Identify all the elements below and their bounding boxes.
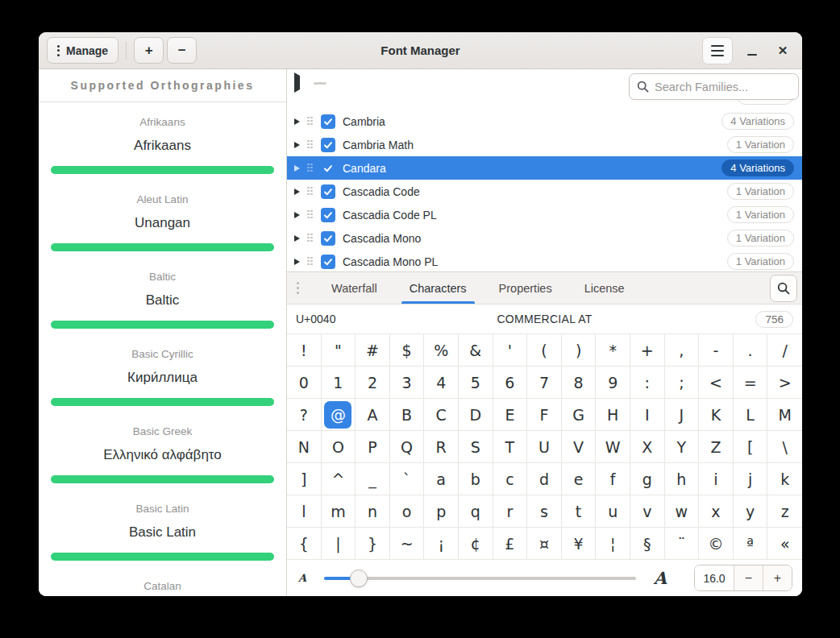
- character-cell[interactable]: m: [322, 495, 356, 528]
- character-cell[interactable]: $: [390, 334, 425, 367]
- character-cell[interactable]: ^: [322, 463, 356, 495]
- expander-icon[interactable]: [294, 76, 300, 90]
- character-cell[interactable]: ¥: [562, 528, 597, 560]
- drag-handle-icon[interactable]: [307, 140, 314, 150]
- expander-icon[interactable]: [294, 212, 300, 218]
- character-cell[interactable]: Y: [665, 431, 700, 463]
- character-cell[interactable]: T: [493, 431, 528, 463]
- character-cell[interactable]: «: [767, 528, 802, 560]
- orthography-item[interactable]: Basic Latin Basic Latin: [39, 489, 286, 566]
- character-cell[interactable]: Z: [699, 431, 734, 463]
- orthography-item[interactable]: Baltic Baltic: [39, 257, 286, 334]
- character-cell[interactable]: u: [596, 495, 630, 528]
- character-cell[interactable]: ): [562, 334, 597, 367]
- character-cell[interactable]: @: [322, 399, 356, 431]
- remove-fonts-button[interactable]: −: [167, 37, 197, 64]
- drag-handle-icon[interactable]: [307, 117, 314, 126]
- font-enabled-checkbox[interactable]: [321, 114, 335, 129]
- orthography-item[interactable]: Basic Cyrillic Кири́ллица: [39, 334, 286, 412]
- font-family-row[interactable]: Cascadia Mono 1 Variation: [287, 226, 802, 250]
- character-cell[interactable]: 5: [459, 367, 493, 399]
- character-cell[interactable]: f: [596, 463, 630, 495]
- expander-icon[interactable]: [294, 235, 300, 242]
- character-cell[interactable]: >: [767, 367, 802, 399]
- character-cell[interactable]: G: [562, 399, 597, 431]
- character-cell[interactable]: x: [699, 495, 734, 528]
- font-enabled-checkbox[interactable]: [321, 138, 335, 152]
- character-cell[interactable]: `: [390, 463, 425, 495]
- drag-handle-icon[interactable]: [307, 257, 314, 267]
- character-cell[interactable]: [: [734, 431, 768, 463]
- minimize-button[interactable]: [741, 39, 763, 62]
- character-cell[interactable]: P: [356, 431, 390, 463]
- font-enabled-checkbox[interactable]: [321, 255, 335, 269]
- character-cell[interactable]: 7: [527, 367, 562, 399]
- character-cell[interactable]: b: [459, 463, 493, 495]
- tab-waterfall[interactable]: Waterfall: [318, 272, 390, 304]
- font-family-list[interactable]: Cambria 4 Variations Cambria Math 1 Vari…: [287, 69, 802, 272]
- character-cell[interactable]: 2: [356, 367, 390, 399]
- character-cell[interactable]: k: [767, 463, 802, 495]
- character-cell[interactable]: {: [287, 528, 322, 560]
- font-enabled-checkbox[interactable]: [321, 161, 335, 176]
- character-cell[interactable]: M: [767, 399, 802, 431]
- character-cell[interactable]: ª: [734, 528, 768, 560]
- character-cell[interactable]: ': [493, 334, 528, 367]
- character-cell[interactable]: X: [630, 431, 665, 463]
- character-cell[interactable]: O: [322, 431, 356, 463]
- pane-handle-icon[interactable]: [297, 282, 299, 294]
- font-enabled-checkbox[interactable]: [321, 208, 335, 222]
- character-cell[interactable]: C: [424, 399, 459, 431]
- orthography-item[interactable]: Aleut Latin Unangan: [39, 180, 286, 257]
- character-cell[interactable]: F: [527, 399, 562, 431]
- character-cell[interactable]: a: [424, 463, 459, 495]
- character-cell[interactable]: i: [699, 463, 734, 495]
- character-cell[interactable]: N: [287, 431, 322, 463]
- character-cell[interactable]: K: [699, 399, 734, 431]
- character-cell[interactable]: (: [527, 334, 562, 367]
- search-families-entry[interactable]: [629, 73, 799, 100]
- character-cell[interactable]: ¢: [459, 528, 493, 560]
- size-increase-button[interactable]: +: [763, 566, 792, 590]
- character-cell[interactable]: q: [459, 495, 493, 528]
- character-cell[interactable]: ?: [287, 399, 322, 431]
- character-cell[interactable]: ~: [390, 528, 425, 560]
- font-family-row[interactable]: Cambria 4 Variations: [287, 110, 802, 133]
- character-cell[interactable]: _: [356, 463, 390, 495]
- character-cell[interactable]: c: [493, 463, 528, 495]
- expander-icon[interactable]: [294, 188, 300, 195]
- character-cell[interactable]: w: [665, 495, 700, 528]
- character-cell[interactable]: =: [734, 367, 768, 399]
- expander-icon[interactable]: [294, 118, 300, 125]
- font-family-row[interactable]: Cascadia Code 1 Variation: [287, 180, 802, 203]
- search-families-input[interactable]: [655, 81, 802, 93]
- slider-thumb[interactable]: [350, 570, 368, 587]
- character-cell[interactable]: g: [630, 463, 665, 495]
- character-cell[interactable]: p: [424, 495, 459, 528]
- character-cell[interactable]: -: [699, 334, 734, 367]
- character-cell[interactable]: B: [390, 399, 425, 431]
- character-cell[interactable]: ¤: [527, 528, 562, 560]
- drag-handle-icon[interactable]: [307, 234, 314, 243]
- expander-icon[interactable]: [294, 165, 300, 172]
- drag-handle-icon[interactable]: [307, 164, 314, 173]
- character-cell[interactable]: I: [630, 399, 665, 431]
- character-cell[interactable]: %: [424, 334, 459, 367]
- orthography-item[interactable]: Catalan: [39, 566, 286, 596]
- character-cell[interactable]: t: [562, 495, 597, 528]
- character-cell[interactable]: d: [527, 463, 562, 495]
- app-menu-button[interactable]: [702, 37, 733, 64]
- character-cell[interactable]: ": [322, 334, 356, 367]
- character-cell[interactable]: ¡: [424, 528, 459, 560]
- manage-button[interactable]: Manage: [47, 37, 119, 64]
- character-cell[interactable]: z: [767, 495, 802, 528]
- add-fonts-button[interactable]: +: [134, 37, 164, 64]
- close-button[interactable]: ✕: [771, 39, 794, 62]
- character-cell[interactable]: 4: [424, 367, 459, 399]
- character-cell[interactable]: S: [459, 431, 493, 463]
- character-cell[interactable]: .: [734, 334, 768, 367]
- font-family-row[interactable]: Cambria Math 1 Variation: [287, 133, 802, 156]
- character-cell[interactable]: V: [562, 431, 597, 463]
- font-enabled-checkbox[interactable]: [321, 184, 335, 199]
- character-cell[interactable]: A: [356, 399, 390, 431]
